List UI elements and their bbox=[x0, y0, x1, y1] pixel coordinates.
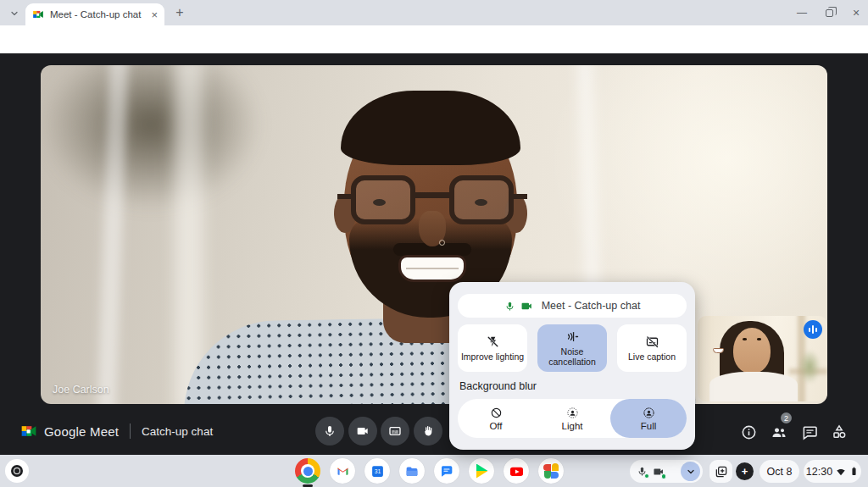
chrome-active-indicator bbox=[303, 484, 313, 487]
blur-light-option[interactable]: Light bbox=[534, 399, 610, 438]
blur-off-option[interactable]: Off bbox=[458, 399, 534, 438]
mic-active-icon bbox=[504, 301, 515, 312]
blur-full-icon bbox=[643, 407, 655, 419]
shelf-app-chat[interactable] bbox=[434, 458, 459, 484]
google-meet-logo-icon bbox=[20, 423, 37, 440]
battery-icon bbox=[849, 466, 859, 477]
shelf-app-calendar[interactable]: 31 bbox=[364, 458, 390, 484]
browser-tab[interactable]: Meet - Catch-up chat × bbox=[25, 3, 164, 25]
meet-favicon-icon bbox=[32, 8, 44, 20]
lighting-off-icon bbox=[486, 335, 500, 349]
browser-toolbar: ← → ↻ meet.google.com/jmx-zgoh-jka?authu… bbox=[0, 25, 868, 53]
launcher-icon bbox=[11, 465, 23, 477]
calendar-icon: 31 bbox=[370, 464, 385, 479]
raise-hand-button[interactable] bbox=[414, 417, 442, 445]
privacy-indicator-pill[interactable] bbox=[630, 460, 703, 483]
shelf-app-play-store[interactable] bbox=[469, 458, 494, 484]
camera-active-icon bbox=[520, 300, 533, 313]
meet-brand: Google Meet Catch-up chat bbox=[20, 421, 213, 441]
status-tray[interactable]: 12:30 bbox=[804, 460, 861, 483]
gmail-icon bbox=[336, 464, 350, 479]
people-button[interactable] bbox=[769, 422, 789, 442]
files-icon bbox=[404, 463, 420, 479]
people-count-badge: 2 bbox=[781, 412, 792, 423]
activities-button[interactable] bbox=[829, 422, 849, 442]
shelf-app-youtube[interactable] bbox=[504, 458, 529, 484]
camera-active-dot bbox=[661, 473, 667, 479]
launcher-button[interactable] bbox=[5, 459, 29, 483]
tab-close-icon[interactable]: × bbox=[151, 9, 158, 20]
chromeos-screen: Meet - Catch-up chat × + — × ← → ↻ meet.… bbox=[0, 0, 868, 487]
meeting-title: Catch-up chat bbox=[142, 425, 213, 438]
captions-button[interactable] bbox=[381, 417, 409, 445]
youtube-icon bbox=[509, 463, 525, 479]
shelf-app-chrome[interactable] bbox=[295, 458, 320, 484]
chat-app-icon bbox=[440, 464, 453, 478]
mic-button[interactable] bbox=[315, 417, 344, 445]
restore-icon bbox=[826, 9, 833, 17]
participant-name-label: Joe Carlson bbox=[53, 384, 109, 396]
photos-icon bbox=[543, 463, 559, 479]
media-panel-chevron-button[interactable] bbox=[681, 462, 700, 481]
notification-counter[interactable]: + bbox=[736, 462, 754, 480]
noise-cancellation-toggle[interactable]: Noise cancellation bbox=[537, 324, 607, 372]
tab-strip: Meet - Catch-up chat × + — × bbox=[0, 0, 868, 25]
wifi-icon bbox=[836, 467, 846, 477]
mic-in-use-icon bbox=[637, 466, 648, 477]
improve-lighting-toggle[interactable]: Improve lighting bbox=[458, 324, 527, 372]
background-blur-section-title: Background blur bbox=[459, 380, 537, 392]
window-minimize-button[interactable]: — bbox=[793, 5, 810, 20]
caption-off-icon bbox=[645, 335, 659, 349]
new-tab-button[interactable]: + bbox=[171, 4, 188, 21]
brand-name: Google Meet bbox=[44, 424, 119, 439]
chat-button[interactable] bbox=[799, 422, 820, 442]
background-blur-segmented-control: Off Light Full bbox=[458, 399, 687, 438]
media-quick-settings-panel: Meet - Catch-up chat Improve lighting No… bbox=[449, 282, 695, 450]
self-view-tile bbox=[698, 316, 827, 401]
screen-capture-button[interactable] bbox=[709, 460, 732, 483]
date-label: Oct 8 bbox=[767, 466, 793, 478]
blur-off-icon bbox=[490, 407, 503, 419]
tab-search-chevron-icon[interactable] bbox=[7, 6, 22, 21]
chrome-logo-icon bbox=[295, 458, 320, 484]
window-close-button[interactable]: × bbox=[848, 5, 865, 20]
audio-level-indicator-icon bbox=[804, 320, 822, 339]
blur-light-icon bbox=[566, 407, 579, 419]
time-label: 12:30 bbox=[806, 466, 832, 478]
camera-button[interactable] bbox=[348, 417, 377, 445]
shelf-app-gmail[interactable] bbox=[330, 458, 355, 484]
video-background-blob bbox=[41, 65, 303, 243]
shelf-app-photos[interactable] bbox=[538, 458, 564, 484]
shelf-app-files[interactable] bbox=[399, 458, 425, 484]
blur-full-option[interactable]: Full bbox=[610, 399, 687, 438]
play-store-icon bbox=[476, 464, 488, 479]
video-background-frame bbox=[175, 65, 203, 404]
selfview-background bbox=[798, 350, 821, 384]
noise-cancellation-icon bbox=[565, 329, 580, 344]
live-caption-toggle[interactable]: Live caption bbox=[617, 324, 687, 372]
active-meeting-title: Meet - Catch-up chat bbox=[542, 300, 641, 312]
tab-title: Meet - Catch-up chat bbox=[50, 9, 145, 19]
screen-capture-icon bbox=[715, 465, 728, 479]
video-background-light bbox=[549, 65, 827, 319]
svg-text:31: 31 bbox=[374, 468, 381, 474]
meeting-info-button[interactable] bbox=[738, 422, 759, 442]
mic-active-dot bbox=[644, 473, 650, 479]
window-restore-button[interactable] bbox=[821, 5, 837, 20]
active-meeting-chip[interactable]: Meet - Catch-up chat bbox=[458, 294, 687, 318]
date-button[interactable]: Oct 8 bbox=[760, 460, 799, 483]
camera-in-use-icon bbox=[653, 466, 665, 478]
brand-divider bbox=[130, 423, 131, 439]
